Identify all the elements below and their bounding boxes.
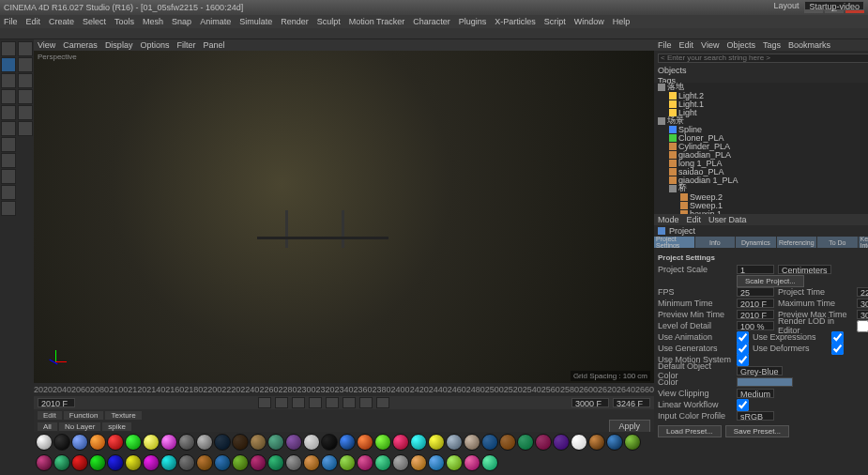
material-ball[interactable]	[178, 434, 195, 451]
render-lod-checkbox[interactable]	[857, 320, 868, 332]
preview-min-input[interactable]: 2010 F	[737, 310, 774, 319]
material-ball[interactable]	[178, 454, 195, 471]
material-ball[interactable]	[143, 434, 160, 451]
attr-tab-project-settings[interactable]: Project Settings	[654, 237, 694, 248]
material-ball[interactable]	[53, 454, 70, 471]
edge-mode[interactable]	[18, 89, 33, 104]
project-scale-unit[interactable]: Centimeters	[778, 265, 831, 274]
menu-snap[interactable]: Snap	[172, 17, 191, 26]
tree-item[interactable]: Sweep.1	[654, 201, 868, 209]
material-ball[interactable]	[428, 454, 445, 471]
tool-9[interactable]	[1, 169, 16, 184]
attr-menu-mode[interactable]: Mode	[658, 215, 679, 224]
lod-input[interactable]: 100 %	[737, 321, 774, 330]
next-frame-button[interactable]	[343, 397, 356, 408]
play-forward-button[interactable]	[326, 397, 339, 408]
search-input[interactable]	[658, 54, 868, 63]
material-ball[interactable]	[357, 454, 373, 471]
tool-8[interactable]	[1, 153, 16, 168]
material-ball[interactable]	[143, 454, 160, 471]
tool-10[interactable]	[1, 185, 16, 200]
material-ball[interactable]	[481, 434, 498, 451]
tool-11[interactable]	[1, 201, 16, 216]
point-mode[interactable]	[18, 73, 33, 88]
material-ball[interactable]	[107, 434, 124, 451]
material-ball[interactable]	[446, 434, 463, 451]
menu-window[interactable]: Window	[574, 17, 604, 26]
model-mode[interactable]	[18, 41, 33, 56]
material-ball[interactable]	[588, 434, 605, 451]
attr-tab-to-do[interactable]: To Do	[817, 237, 858, 248]
material-ball[interactable]	[624, 434, 641, 451]
scale-project-button[interactable]: Scale Project...	[737, 275, 804, 287]
material-ball[interactable]	[125, 454, 142, 471]
attr-tab-referencing[interactable]: Referencing	[777, 237, 817, 248]
material-ball[interactable]	[321, 454, 338, 471]
layer-tab-0[interactable]: All	[38, 422, 57, 431]
material-ball[interactable]	[250, 434, 266, 451]
menu-character[interactable]: Character	[413, 17, 450, 26]
material-ball[interactable]	[214, 454, 231, 471]
preview-max-input[interactable]: 3000 F	[857, 310, 868, 319]
material-ball[interactable]	[464, 434, 480, 451]
material-ball[interactable]	[250, 454, 266, 471]
timeline-range-end[interactable]: 3246 F	[613, 398, 650, 407]
tab-texture[interactable]: Texture	[105, 411, 141, 420]
timeline-end[interactable]: 3000 F	[571, 398, 609, 407]
material-ball[interactable]	[553, 434, 570, 451]
next-key-button[interactable]	[359, 397, 373, 408]
menu-select[interactable]: Select	[83, 17, 106, 26]
material-ball[interactable]	[410, 454, 427, 471]
material-ball[interactable]	[606, 434, 623, 451]
material-ball[interactable]	[285, 454, 302, 471]
material-ball[interactable]	[464, 454, 480, 471]
tree-item[interactable]: Light	[654, 108, 868, 116]
attr-menu-edit[interactable]: Edit	[687, 215, 702, 224]
menu-plugins[interactable]: Plugins	[459, 17, 487, 26]
max-time-input[interactable]: 3000 F	[857, 299, 868, 308]
panel-menu-edit[interactable]: Edit	[679, 40, 694, 50]
material-ball[interactable]	[267, 454, 284, 471]
vp-menu-filter[interactable]: Filter	[176, 40, 195, 50]
attr-tab-info[interactable]: Info	[695, 237, 736, 248]
apply-button[interactable]: Apply	[609, 420, 651, 433]
material-ball[interactable]	[125, 434, 142, 451]
rotate-tool[interactable]	[1, 89, 16, 104]
panel-menu-file[interactable]: File	[658, 40, 672, 50]
vp-menu-options[interactable]: Options	[140, 40, 169, 50]
goto-end-button[interactable]	[376, 397, 389, 408]
view-clip-select[interactable]: Medium	[737, 389, 774, 398]
material-ball[interactable]	[392, 434, 409, 451]
menu-sculpt[interactable]: Sculpt	[317, 17, 341, 26]
material-ball[interactable]	[410, 434, 427, 451]
project-time-input[interactable]: 2246 F	[857, 287, 868, 297]
menu-animate[interactable]: Animate	[200, 17, 231, 26]
material-ball[interactable]	[71, 434, 88, 451]
move-tool[interactable]	[1, 57, 16, 72]
tab-edit[interactable]: Edit	[38, 411, 62, 420]
material-ball[interactable]	[517, 434, 534, 451]
project-scale-input[interactable]: 1	[737, 265, 774, 274]
menu-tools[interactable]: Tools	[114, 17, 134, 26]
menu-create[interactable]: Create	[49, 17, 74, 26]
axis-mode[interactable]	[18, 121, 33, 136]
material-ball[interactable]	[481, 454, 498, 471]
prev-frame-button[interactable]	[292, 397, 305, 408]
panel-menu-tags[interactable]: Tags	[763, 40, 781, 50]
color-swatch[interactable]	[737, 377, 793, 387]
tool-5[interactable]	[1, 105, 16, 120]
tab-function[interactable]: Function	[64, 411, 104, 420]
min-time-input[interactable]: 2010 F	[737, 299, 774, 308]
panel-menu-objects[interactable]: Objects	[726, 40, 755, 50]
scale-tool[interactable]	[1, 73, 16, 88]
fps-input[interactable]: 25	[737, 287, 774, 297]
texture-mode[interactable]	[18, 57, 33, 72]
material-ball[interactable]	[232, 434, 249, 451]
tree-item[interactable]: Sweep.2	[654, 192, 868, 201]
material-ball[interactable]	[357, 434, 373, 451]
vp-menu-cameras[interactable]: Cameras	[63, 40, 98, 50]
menu-mesh[interactable]: Mesh	[143, 17, 163, 26]
material-ball[interactable]	[71, 454, 88, 471]
material-ball[interactable]	[53, 434, 70, 451]
timeline-start[interactable]: 2010 F	[38, 398, 75, 407]
